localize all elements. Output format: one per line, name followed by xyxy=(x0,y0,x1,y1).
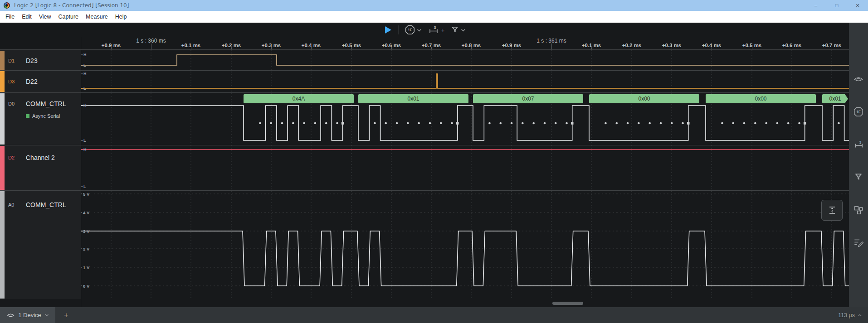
chevron-down-icon xyxy=(417,29,422,32)
device-label: 1 Device xyxy=(18,312,41,318)
titlebar[interactable]: Logic 2 [Logic 8 - Connected] [Session 1… xyxy=(0,0,868,11)
channel-separator xyxy=(0,70,849,71)
analyzer-color-swatch xyxy=(26,114,29,118)
window-controls: –□✕ xyxy=(805,0,868,11)
ruler-tick xyxy=(551,43,552,50)
menu-item-capture[interactable]: Capture xyxy=(55,11,82,23)
ruler-major-label: 1 s : 360 ms xyxy=(136,38,166,44)
capture-toolbar: 1F 3 + xyxy=(0,23,849,37)
measure-ruler-icon[interactable]: 3 xyxy=(853,139,864,150)
serial-value-bubble[interactable]: 0x01 xyxy=(358,94,468,103)
svg-text:1F: 1F xyxy=(408,28,412,32)
chevron-up-icon xyxy=(858,314,862,317)
serial-value-bubble[interactable]: 0x07 xyxy=(473,94,583,103)
device-icon[interactable] xyxy=(853,74,864,85)
menu-item-view[interactable]: View xyxy=(35,11,55,23)
app-logo-icon xyxy=(4,2,10,9)
device-icon xyxy=(6,312,15,318)
channel-row-d3[interactable]: D3D22 xyxy=(0,71,81,92)
channel-color-strip xyxy=(0,93,5,145)
device-selector[interactable]: 1 Device xyxy=(0,307,55,323)
channel-name: D23 xyxy=(26,57,38,64)
menu-item-file[interactable]: File xyxy=(2,11,18,23)
play-icon xyxy=(383,25,392,34)
extensions-icon[interactable] xyxy=(853,204,864,215)
timeline-range[interactable]: 113 μs xyxy=(838,307,868,323)
logic2-window: Logic 2 [Logic 8 - Connected] [Session 1… xyxy=(0,0,868,323)
chevron-down-icon xyxy=(461,29,466,32)
channel-name: D22 xyxy=(26,78,38,85)
analyzer-tag[interactable]: Async Serial xyxy=(26,113,60,119)
channel-name: COMM_CTRL xyxy=(26,100,66,107)
annotation-flag-icon xyxy=(450,25,459,34)
serial-value-bubble[interactable]: 0x01 xyxy=(822,94,848,103)
chevron-down-icon xyxy=(44,314,49,317)
trigger-1f-icon: 1F xyxy=(405,24,415,35)
waveforms-svg[interactable] xyxy=(0,50,849,307)
channel-separator xyxy=(0,92,849,93)
range-label: 113 μs xyxy=(838,312,855,318)
measure-button[interactable]: 3 + xyxy=(428,25,445,35)
channel-separator xyxy=(0,190,849,191)
channel-separator xyxy=(0,145,849,145)
panel-divider xyxy=(81,37,81,307)
channel-name: Channel 2 xyxy=(26,154,55,161)
annotation-flag-icon[interactable] xyxy=(853,172,864,183)
measure-add-label: + xyxy=(441,27,445,34)
channel-color-strip xyxy=(0,51,5,70)
right-sidebar: 1F 3 xyxy=(849,23,868,307)
channel-color-strip xyxy=(0,146,5,190)
channel-color-strip xyxy=(0,71,5,92)
channel-color-strip xyxy=(0,191,5,299)
svg-text:3: 3 xyxy=(859,140,861,145)
capture-area: 1F 3 + +0.8 xyxy=(0,23,849,307)
new-tab-button[interactable]: + xyxy=(58,307,74,323)
trigger-1f-icon[interactable]: 1F xyxy=(853,106,864,117)
analyzer-label: Async Serial xyxy=(32,113,60,119)
channel-row-d0[interactable]: D0COMM_CTRLAsync Serial xyxy=(0,93,81,145)
channel-id: D2 xyxy=(8,155,15,160)
serial-value-bubble[interactable]: 0x4A xyxy=(244,94,354,103)
channel-row-d2[interactable]: D2Channel 2 xyxy=(0,145,81,190)
serial-value-bubble[interactable]: 0x00 xyxy=(589,94,699,103)
svg-text:1F: 1F xyxy=(856,110,861,114)
toolbar-separator xyxy=(398,25,399,34)
measure-ruler-icon: 3 xyxy=(428,25,439,35)
window-title: Logic 2 [Logic 8 - Connected] [Session 1… xyxy=(14,2,129,9)
menu-item-help[interactable]: Help xyxy=(112,11,131,23)
vertical-measure-icon xyxy=(828,205,837,215)
svg-text:3: 3 xyxy=(434,25,436,30)
time-ruler[interactable]: +0.8 ms+0.9 ms1 s : 360 ms+0.1 ms+0.2 ms… xyxy=(81,37,849,50)
channel-id: A0 xyxy=(8,202,14,207)
ruler-tick xyxy=(151,43,151,50)
channel-row-d1[interactable]: D1D23 xyxy=(0,50,81,70)
minimize-button[interactable]: – xyxy=(805,0,826,11)
channel-name: COMM_CTRL xyxy=(26,201,66,208)
close-button[interactable]: ✕ xyxy=(847,0,868,11)
annotations-button[interactable] xyxy=(450,25,466,34)
channel-separator xyxy=(0,50,849,50)
maximize-button[interactable]: □ xyxy=(826,0,847,11)
channel-id: D1 xyxy=(8,58,15,63)
play-button[interactable] xyxy=(383,25,392,34)
trigger-button[interactable]: 1F xyxy=(405,24,422,35)
channel-label-panel: D1D23D3D22D0COMM_CTRLAsync SerialD2Chann… xyxy=(0,50,81,299)
analog-vertical-scale-button[interactable] xyxy=(821,200,843,221)
channel-id: D3 xyxy=(8,79,15,84)
menu-item-measure[interactable]: Measure xyxy=(82,11,112,23)
notes-icon[interactable] xyxy=(853,237,864,248)
menubar: FileEditViewCaptureMeasureHelp xyxy=(0,11,868,23)
horizontal-scrollbar-thumb[interactable] xyxy=(552,302,583,305)
channel-row-a0[interactable]: A0COMM_CTRL xyxy=(0,191,81,299)
session-tab-bar: 1 Device + 113 μs xyxy=(0,307,868,323)
menu-item-edit[interactable]: Edit xyxy=(18,11,35,23)
ruler-major-label: 1 s : 361 ms xyxy=(536,38,566,44)
channel-id: D0 xyxy=(8,101,15,106)
serial-value-bubble[interactable]: 0x00 xyxy=(706,94,816,103)
